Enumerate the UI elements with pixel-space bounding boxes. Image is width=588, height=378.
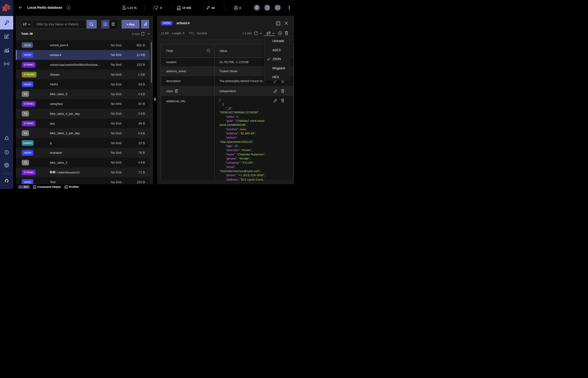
svg-text:?: ?	[6, 151, 7, 154]
svg-text:{;}: {;}	[266, 7, 267, 9]
